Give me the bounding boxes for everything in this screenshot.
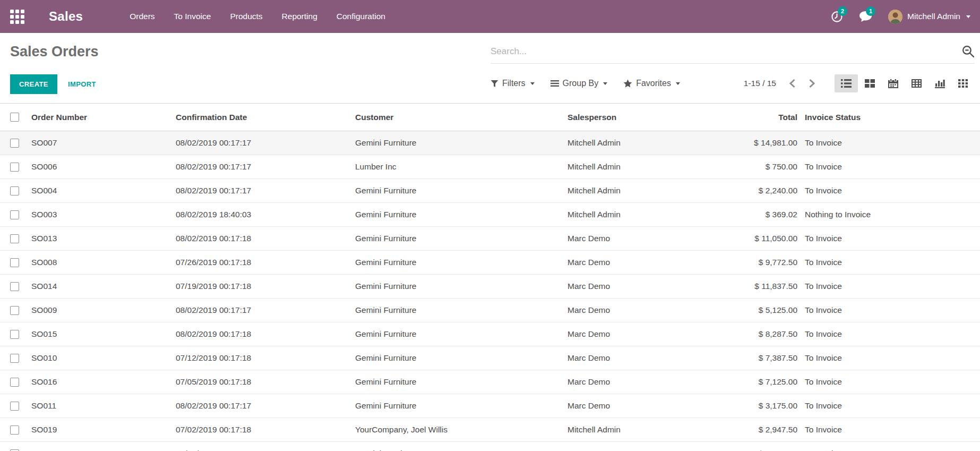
confirmation-date-cell: 08/02/2019 00:17:17 <box>176 186 355 195</box>
table-row[interactable]: SO008 07/26/2019 00:17:18 Gemini Furnitu… <box>0 251 980 275</box>
filters-label: Filters <box>502 79 526 88</box>
create-button[interactable]: CREATE <box>10 74 57 94</box>
row-checkbox[interactable] <box>10 402 19 411</box>
pivot-view-button[interactable] <box>905 74 928 92</box>
table-row[interactable]: SO009 08/02/2019 00:17:17 Gemini Furnitu… <box>0 299 980 322</box>
table-row[interactable]: SO004 08/02/2019 00:17:17 Gemini Furnitu… <box>0 179 980 203</box>
salesperson-cell: Marc Demo <box>568 449 695 451</box>
order-number-cell: SO007 <box>31 138 176 148</box>
chevron-down-icon <box>530 82 535 85</box>
order-number-cell: SO017 <box>31 449 176 451</box>
chevron-right-icon <box>809 79 815 88</box>
search-input[interactable] <box>491 46 961 57</box>
table-row[interactable]: SO013 08/02/2019 00:17:18 Gemini Furnitu… <box>0 227 980 251</box>
column-header-confirmation-date[interactable]: Confirmation Date <box>176 113 355 122</box>
column-header-total[interactable]: Total <box>695 113 802 122</box>
apps-grid-icon <box>10 10 24 24</box>
menu-item-orders[interactable]: Orders <box>130 12 154 21</box>
table-row[interactable]: SO011 08/02/2019 00:17:17 Gemini Furnitu… <box>0 394 980 418</box>
total-cell: $ 5,125.00 <box>695 305 802 315</box>
pager-next-button[interactable] <box>809 79 815 88</box>
column-header-customer[interactable]: Customer <box>355 113 568 122</box>
activities-count-badge: 2 <box>838 6 847 16</box>
salesperson-cell: Marc Demo <box>568 234 695 243</box>
messages-button[interactable]: 1 <box>859 11 872 22</box>
graph-view-button[interactable] <box>928 74 951 92</box>
search-icon[interactable] <box>961 45 975 58</box>
pager-previous-button[interactable] <box>789 79 796 88</box>
row-checkbox[interactable] <box>10 330 19 339</box>
salesperson-cell: Marc Demo <box>568 305 695 315</box>
invoice-status-cell: To Invoice <box>802 258 980 267</box>
calendar-view-button[interactable] <box>881 74 905 92</box>
invoice-status-cell: To Invoice <box>802 425 980 435</box>
menu-item-products[interactable]: Products <box>230 12 262 21</box>
filters-dropdown[interactable]: Filters <box>491 79 535 88</box>
menu-item-configuration[interactable]: Configuration <box>337 12 385 21</box>
group-by-dropdown[interactable]: Group By <box>551 79 608 88</box>
row-checkbox[interactable] <box>10 354 19 363</box>
pivot-view-icon <box>912 79 922 88</box>
pager-range: 1-15 / 15 <box>744 79 776 88</box>
salesperson-cell: Mitchell Admin <box>568 425 695 435</box>
salesperson-cell: Mitchell Admin <box>568 186 695 195</box>
invoice-status-cell: To Invoice <box>802 329 980 339</box>
invoice-status-cell: To Invoice <box>802 401 980 411</box>
order-number-cell: SO016 <box>31 377 176 387</box>
salesperson-cell: Marc Demo <box>568 377 695 387</box>
list-view-button[interactable] <box>835 74 858 92</box>
total-cell: $ 2,947.50 <box>695 425 802 435</box>
table-row[interactable]: SO006 08/02/2019 00:17:17 Lumber Inc Mit… <box>0 155 980 179</box>
row-checkbox[interactable] <box>10 163 19 172</box>
table-header-row: Order Number Confirmation Date Customer … <box>0 103 980 131</box>
confirmation-date-cell: 08/02/2019 00:17:18 <box>176 234 355 243</box>
row-checkbox[interactable] <box>10 186 19 195</box>
row-checkbox[interactable] <box>10 449 19 451</box>
column-header-invoice-status[interactable]: Invoice Status <box>802 113 980 122</box>
table-row[interactable]: SO010 07/12/2019 00:17:18 Gemini Furnitu… <box>0 346 980 370</box>
app-title[interactable]: Sales <box>49 9 83 24</box>
select-all-checkbox[interactable] <box>10 113 19 122</box>
column-header-order-number[interactable]: Order Number <box>31 113 176 122</box>
row-checkbox[interactable] <box>10 139 19 148</box>
favorites-dropdown[interactable]: Favorites <box>623 79 680 88</box>
activity-view-button[interactable] <box>951 74 975 92</box>
bar-chart-icon <box>935 79 945 88</box>
menu-item-to-invoice[interactable]: To Invoice <box>174 12 211 21</box>
kanban-view-icon <box>865 79 875 88</box>
order-number-cell: SO003 <box>31 210 176 219</box>
list-view-icon <box>841 79 852 88</box>
order-number-cell: SO008 <box>31 258 176 267</box>
chevron-down-icon <box>966 15 970 18</box>
search-bar <box>491 39 975 64</box>
column-header-salesperson[interactable]: Salesperson <box>568 113 695 122</box>
customer-cell: Gemini Furniture <box>355 138 568 148</box>
table-row[interactable]: SO003 08/02/2019 18:40:03 Gemini Furnitu… <box>0 203 980 227</box>
total-cell: $ 750.00 <box>695 162 802 172</box>
user-menu[interactable]: Mitchell Admin <box>888 10 970 24</box>
row-checkbox[interactable] <box>10 282 19 291</box>
table-row[interactable]: SO014 07/19/2019 00:17:18 Gemini Furnitu… <box>0 275 980 299</box>
table-row[interactable]: SO007 08/02/2019 00:17:17 Gemini Furnitu… <box>0 131 980 155</box>
table-row[interactable]: SO017 06/28/2019 00:17:18 Gemini Furnitu… <box>0 442 980 451</box>
menu-item-reporting[interactable]: Reporting <box>282 12 317 21</box>
customer-cell: Gemini Furniture <box>355 449 568 451</box>
row-checkbox[interactable] <box>10 234 19 243</box>
confirmation-date-cell: 08/02/2019 00:17:17 <box>176 162 355 172</box>
total-cell: $ 7,387.50 <box>695 353 802 363</box>
favorites-label: Favorites <box>636 79 671 88</box>
table-row[interactable]: SO016 07/05/2019 00:17:18 Gemini Furnitu… <box>0 370 980 394</box>
row-checkbox[interactable] <box>10 210 19 219</box>
row-checkbox[interactable] <box>10 426 19 435</box>
import-button[interactable]: IMPORT <box>68 80 96 88</box>
row-checkbox[interactable] <box>10 378 19 387</box>
apps-menu-button[interactable] <box>0 0 34 33</box>
row-checkbox[interactable] <box>10 258 19 267</box>
order-number-cell: SO015 <box>31 329 176 339</box>
invoice-status-cell: To Invoice <box>802 186 980 195</box>
table-row[interactable]: SO015 08/02/2019 00:17:18 Gemini Furnitu… <box>0 322 980 346</box>
kanban-view-button[interactable] <box>858 74 881 92</box>
activities-button[interactable]: 2 <box>831 11 843 23</box>
row-checkbox[interactable] <box>10 306 19 315</box>
table-row[interactable]: SO019 07/02/2019 00:17:18 YourCompany, J… <box>0 418 980 442</box>
